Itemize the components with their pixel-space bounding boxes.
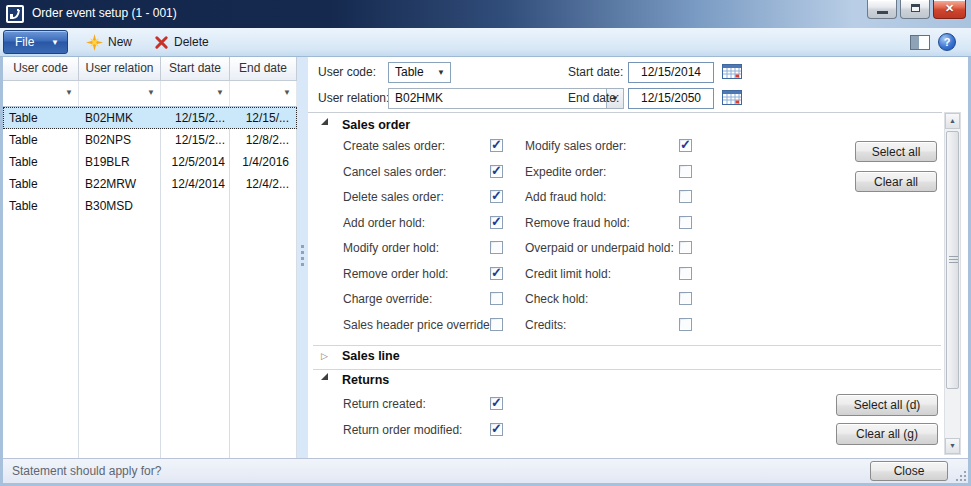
scroll-down-icon: ▼ [946,439,959,453]
titlebar: Order event setup (1 - 001) ✕ [0,0,971,28]
label-remove-fraud-hold: Remove fraud hold: [525,215,630,231]
order-event-setup-window: Order event setup (1 - 001) ✕ File ▼ New… [0,0,971,486]
minimize-icon [877,11,888,14]
clear-all-button[interactable]: Clear all [855,171,937,192]
minimize-button[interactable] [867,0,897,19]
expanded-icon[interactable] [321,373,328,380]
table-row[interactable]: Table B22MRW 12/4/2014 12/4/2... [3,173,297,195]
end-date-calendar-button[interactable] [721,88,743,108]
scrollbar-thumb[interactable] [946,131,959,389]
column-header-user-relation[interactable]: User relation [79,57,161,81]
scroll-up-button[interactable]: ▲ [945,113,960,129]
section-divider [313,369,941,370]
column-header-start-date[interactable]: Start date [161,57,230,81]
checkbox-add-fraud-hold[interactable] [679,190,692,203]
start-date-calendar-button[interactable] [721,62,743,82]
checkbox-remove-order-hold[interactable] [490,267,503,280]
checkbox-modify-order-hold[interactable] [490,241,503,254]
checkbox-delete-sales-order[interactable] [490,190,503,203]
checkbox-charge-override[interactable] [490,292,503,305]
checkbox-check-hold[interactable] [679,292,692,305]
end-date-field[interactable]: 12/15/2050 [628,88,714,109]
user-relation-label: User relation: [318,88,389,109]
checkbox-credits[interactable] [679,318,692,331]
checkbox-return-created[interactable] [490,397,503,410]
layout-pane-icon[interactable] [909,34,931,51]
checkbox-expedite-order[interactable] [679,165,692,178]
calendar-icon [722,88,742,105]
restore-button[interactable] [900,0,930,19]
checkbox-remove-fraud-hold[interactable] [679,216,692,229]
checkbox-overpaid-or-underpaid-hold[interactable] [679,241,692,254]
cell-user-relation: B30MSD [79,195,161,217]
column-header-end-date[interactable]: End date [230,57,297,81]
status-message: Statement should apply for? [12,459,161,483]
filter-cell-end-date[interactable]: ▼ [230,81,297,106]
new-button[interactable]: New [80,30,138,54]
label-modify-sales-order: Modify sales order: [525,138,626,154]
end-date-label: End date: [568,88,619,109]
section-title-returns[interactable]: Returns [342,373,389,387]
checkbox-credit-limit-hold[interactable] [679,267,692,280]
cell-start-date [161,195,230,217]
checkbox-sales-header-price-override[interactable] [490,318,503,331]
checkbox-cancel-sales-order[interactable] [490,165,503,178]
delete-button[interactable]: Delete [148,30,215,54]
filter-dropdown-icon[interactable]: ▼ [147,89,155,97]
filter-cell-user-relation[interactable]: ▼ [79,81,161,106]
close-window-button[interactable]: ✕ [933,0,966,19]
checkbox-create-sales-order[interactable] [490,139,503,152]
app-icon [6,5,24,23]
filter-cell-start-date[interactable]: ▼ [161,81,230,106]
close-button[interactable]: Close [870,461,948,481]
scroll-down-button[interactable]: ▼ [945,438,960,454]
label-return-order-modified: Return order modified: [343,422,462,438]
label-credit-limit-hold: Credit limit hold: [525,266,611,282]
label-add-order-hold: Add order hold: [343,215,425,231]
cell-user-relation: B22MRW [79,173,161,195]
table-row[interactable]: Table B02NPS 12/15/2... 12/8/2... [3,129,297,151]
section-title-sales-order[interactable]: Sales order [342,118,410,132]
grid-filter-row: ▼ ▼ ▼ ▼ [3,81,297,107]
checkbox-return-order-modified[interactable] [490,423,503,436]
filter-dropdown-icon[interactable]: ▼ [283,89,291,97]
grid-header-row: User code User relation Start date End d… [3,57,297,81]
cell-user-code: Table [3,151,79,173]
label-check-hold: Check hold: [525,291,588,307]
filter-dropdown-icon[interactable]: ▼ [65,89,73,97]
label-remove-order-hold: Remove order hold: [343,266,448,282]
filter-cell-user-code[interactable]: ▼ [3,81,79,106]
panel-splitter[interactable] [297,57,308,458]
file-menu-button[interactable]: File ▼ [3,30,68,54]
help-icon[interactable]: ? [938,33,956,51]
select-all-d-button[interactable]: Select all (d) [836,394,938,416]
collapsed-icon[interactable]: ▷ [321,352,328,361]
user-code-combo[interactable]: Table ▼ [388,62,451,83]
label-overpaid-or-underpaid-hold: Overpaid or underpaid hold: [525,240,674,256]
cell-user-relation: B02HMK [79,107,161,129]
section-title-sales-line[interactable]: Sales line [342,349,400,363]
resize-grip-icon[interactable] [954,469,966,481]
form-divider [308,112,942,113]
label-cancel-sales-order: Cancel sales order: [343,164,446,180]
select-all-button[interactable]: Select all [855,141,937,162]
cell-user-code: Table [3,107,79,129]
filter-dropdown-icon[interactable]: ▼ [216,89,224,97]
label-modify-order-hold: Modify order hold: [343,240,439,256]
cell-end-date [230,195,297,217]
chevron-down-icon: ▼ [51,31,59,54]
checkbox-add-order-hold[interactable] [490,216,503,229]
checkbox-modify-sales-order[interactable] [679,139,692,152]
delete-x-icon [154,35,169,50]
clear-all-g-button[interactable]: Clear all (g) [836,423,938,445]
table-row[interactable]: Table B02HMK 12/15/2... 12/15/... [3,107,297,129]
scrollbar-grip-icon [949,256,958,257]
chevron-down-icon[interactable]: ▼ [437,69,445,77]
table-row[interactable]: Table B19BLR 12/5/2014 1/4/2016 [3,151,297,173]
vertical-scrollbar[interactable]: ▲ ▼ [944,112,961,455]
table-row[interactable]: Table B30MSD [3,195,297,217]
records-grid: User code User relation Start date End d… [3,57,297,458]
start-date-field[interactable]: 12/15/2014 [628,62,714,83]
column-header-user-code[interactable]: User code [3,57,79,81]
expanded-icon[interactable] [321,118,328,125]
